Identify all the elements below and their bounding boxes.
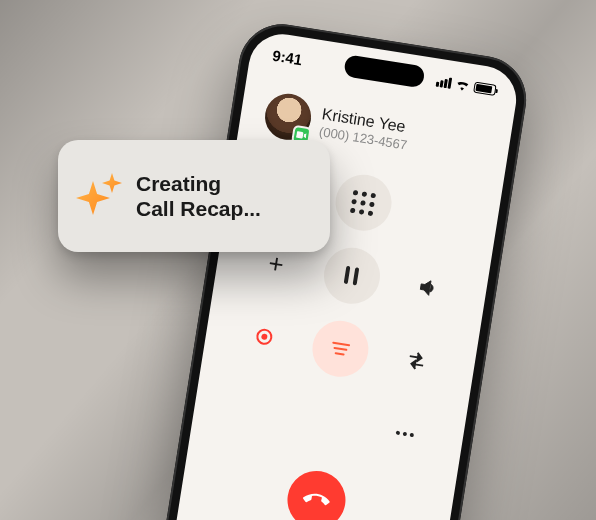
speaker-button[interactable]	[396, 256, 460, 320]
toast-message: Creating Call Recap...	[136, 171, 261, 221]
pause-icon	[344, 266, 360, 286]
hold-button[interactable]	[320, 244, 384, 308]
more-icon	[395, 431, 413, 438]
transcript-button[interactable]	[308, 317, 372, 381]
wifi-icon	[454, 78, 471, 91]
transfer-icon	[404, 348, 429, 373]
keypad-button[interactable]	[332, 171, 396, 235]
plus-icon: +	[266, 247, 286, 280]
call-recap-toast: Creating Call Recap...	[58, 140, 330, 252]
transcript-lines-icon	[331, 342, 351, 357]
caller-info: Kristine Yee (000) 123-4567	[318, 104, 411, 154]
end-call-icon	[298, 482, 334, 518]
ai-sparkle-icon	[76, 173, 122, 219]
caller-avatar-container	[262, 90, 315, 143]
toast-line-1: Creating	[136, 171, 261, 196]
status-time: 9:41	[271, 46, 303, 67]
battery-icon	[473, 81, 496, 95]
keypad-icon	[350, 190, 376, 216]
end-call-button[interactable]	[283, 467, 349, 520]
status-indicators	[436, 75, 497, 95]
speaker-icon	[415, 275, 440, 300]
spacer	[221, 378, 285, 442]
record-icon	[256, 328, 274, 346]
cellular-signal-icon	[436, 75, 453, 88]
spacer	[297, 390, 361, 454]
more-button[interactable]	[373, 402, 437, 466]
toast-line-2: Call Recap...	[136, 196, 261, 221]
transfer-button[interactable]	[384, 329, 448, 393]
record-button[interactable]	[233, 305, 297, 369]
spacer	[407, 183, 471, 247]
